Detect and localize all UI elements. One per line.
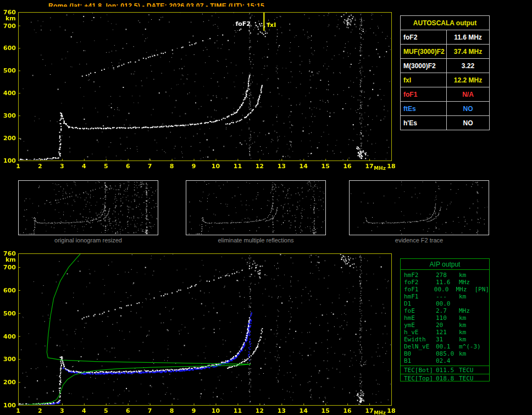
thumbnail-original-canvas — [19, 181, 158, 235]
param-unit: MHz — [456, 286, 474, 293]
thumbnail-eliminate-reflections — [186, 180, 326, 235]
param-name: B1 — [404, 357, 436, 364]
param-note — [479, 272, 489, 279]
param-value: 085.0 — [436, 350, 459, 357]
param-name: hmF1 — [404, 293, 436, 300]
aip-row-h_vE: h_vE 121 km — [401, 329, 489, 336]
thumbnail-original-ionogram — [18, 180, 158, 235]
aip-row-hmE: hmE 110 km — [401, 314, 489, 322]
param-unit: TECU — [459, 367, 479, 373]
param-value: 02.4 — [436, 357, 459, 364]
param-unit: km — [459, 314, 479, 322]
row-label: MUF(3000)F2 — [401, 45, 447, 59]
ionogram-plot-bottom-with-profile — [0, 247, 401, 415]
param-name: hmF2 — [404, 272, 436, 279]
row-value: NO — [447, 102, 490, 116]
param-unit — [459, 357, 479, 364]
aip-row-tec-top: TEC[Top] 018.8 TECU — [401, 374, 489, 381]
param-note — [479, 350, 489, 357]
row-value: 12.2 MHz — [447, 73, 490, 87]
param-note — [479, 300, 489, 307]
param-value: 110 — [436, 314, 459, 322]
row-value: 11.6 MHz — [447, 30, 490, 45]
table-row-foF2: foF2 11.6 MHz — [401, 30, 490, 45]
aip-row-hmF2: hmF2 278 km — [401, 272, 489, 279]
row-value: 37.4 MHz — [447, 45, 490, 59]
param-value: 2.7 — [436, 307, 459, 314]
autoscala-table-header: AUTOSCALA output — [401, 16, 490, 30]
thumbnail-evidence-canvas — [350, 181, 489, 235]
param-name: hmE — [404, 314, 436, 322]
thumbnail-caption-original: original ionogram resized — [18, 237, 158, 244]
param-value: 00.0 — [436, 300, 459, 307]
autoscala-output-table: AUTOSCALA output foF2 11.6 MHz MUF(3000)… — [400, 15, 490, 130]
table-row-hEs: h'Es NO — [401, 116, 490, 130]
param-note — [479, 307, 489, 314]
row-label: h'Es — [401, 116, 447, 130]
aip-row-B1: B1 02.4 — [401, 357, 489, 364]
row-label: fxI — [401, 73, 447, 87]
param-unit: km — [459, 272, 479, 279]
param-note — [479, 279, 489, 286]
param-name: TEC[Top] — [404, 375, 436, 381]
param-name: foF2 — [404, 279, 436, 286]
aip-table-title: AIP output — [401, 259, 489, 270]
aip-row-foF1: foF1 00.0 MHz [PN] — [401, 286, 489, 293]
aip-row-DelN_vE: DelN_vE 00.1 m^(-3) — [401, 343, 489, 350]
aip-row-B0: B0 085.0 km — [401, 350, 489, 357]
param-unit: m^(-3) — [459, 343, 479, 350]
autoscala-table-title: AUTOSCALA output — [401, 16, 490, 30]
param-note — [479, 336, 489, 343]
param-note — [479, 329, 489, 336]
param-note — [479, 357, 489, 364]
param-unit: MHz — [459, 279, 479, 286]
param-value: 018.8 — [436, 375, 459, 381]
aip-row-foE: foE 2.7 MHz — [401, 307, 489, 314]
param-note — [479, 343, 489, 350]
param-name: foE — [404, 307, 436, 314]
param-name: DelN_vE — [404, 343, 436, 350]
table-row-m3000f2: M(3000)F2 3.22 — [401, 59, 490, 73]
autoscala-window: Rome (lat: +41.8, lon: 012.5) - DATE: 20… — [0, 0, 532, 415]
param-note — [479, 314, 489, 322]
row-value: 3.22 — [447, 59, 490, 73]
param-name: Ewidth — [404, 336, 436, 343]
param-note: [PN] — [475, 286, 490, 293]
param-name: ymE — [404, 322, 436, 329]
thumbnail-evidence-f2 — [349, 180, 489, 235]
row-value: NO — [447, 116, 490, 130]
aip-row-tec-bot: TEC[Bot] 011.5 TECU — [401, 366, 489, 373]
param-value: 11.6 — [436, 279, 459, 286]
param-unit — [459, 300, 479, 307]
aip-row-ymE: ymE 20 km — [401, 322, 489, 329]
param-note — [479, 322, 489, 329]
param-name: foF1 — [404, 286, 434, 293]
thumbnail-caption-eliminate: eliminate multiple reflections — [186, 237, 326, 244]
param-unit: MHz — [459, 307, 479, 314]
param-value: 00.1 — [436, 343, 459, 350]
row-label: foF1 — [401, 87, 447, 102]
param-name: D1 — [404, 300, 436, 307]
param-unit: km — [459, 350, 479, 357]
param-note — [479, 293, 489, 300]
param-unit: km — [459, 336, 479, 343]
param-value: 00.0 — [434, 286, 456, 293]
table-row-fxI: fxI 12.2 MHz — [401, 73, 490, 87]
aip-row-foF2: foF2 11.6 MHz — [401, 279, 489, 286]
aip-row-Ewidth: Ewidth 31 km — [401, 336, 489, 343]
thumbnail-eliminate-canvas — [186, 181, 325, 235]
param-value: 31 — [436, 336, 459, 343]
aip-row-hmF1: hmF1 --- km — [401, 293, 489, 300]
thumbnail-caption-evidence: evidence F2 trace — [349, 237, 489, 244]
row-value: N/A — [447, 87, 490, 102]
param-unit: km — [459, 293, 479, 300]
table-row-foF1: foF1 N/A — [401, 87, 490, 102]
param-name: h_vE — [404, 329, 436, 336]
param-value: --- — [436, 293, 459, 300]
table-row-muf3000f2: MUF(3000)F2 37.4 MHz — [401, 45, 490, 59]
param-value: 278 — [436, 272, 459, 279]
param-unit: TECU — [459, 375, 479, 381]
row-label: M(3000)F2 — [401, 59, 447, 73]
ionogram-plot-top — [0, 7, 401, 173]
aip-output-table: AIP output hmF2 278 km foF2 11.6 MHz foF… — [400, 258, 490, 381]
